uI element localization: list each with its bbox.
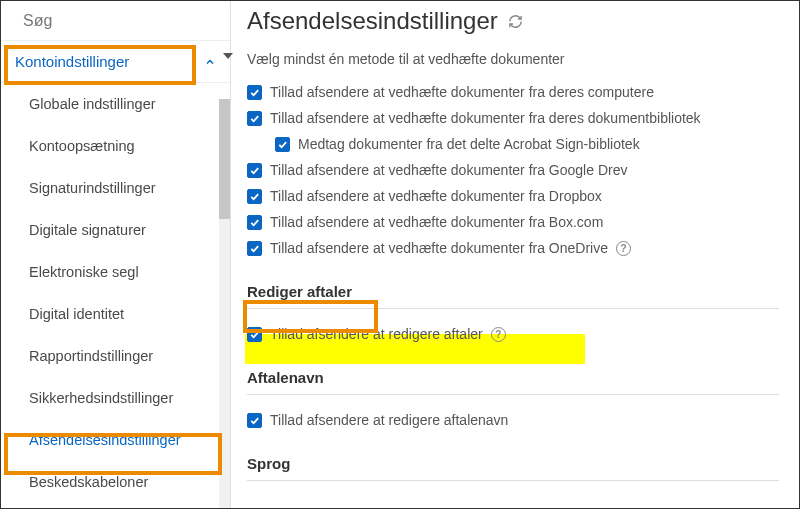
sidebar-item-digitale-signaturer[interactable]: Digitale signaturer <box>1 209 230 251</box>
option-attach-library[interactable]: Tillad afsendere at vedhæfte dokumenter … <box>247 105 779 131</box>
sidebar-scrollbar-track[interactable] <box>219 99 230 508</box>
sidebar-scrollbar-thumb[interactable] <box>219 99 230 219</box>
info-icon[interactable]: ? <box>491 327 506 342</box>
sidebar-item-signaturindstillinger[interactable]: Signaturindstillinger <box>1 167 230 209</box>
sidebar-item-label: Beskedskabeloner <box>29 474 148 490</box>
sidebar-item-sikkerhedsindstillinger[interactable]: Sikkerhedsindstillinger <box>1 377 230 419</box>
option-edit-agreements[interactable]: Tillad afsendere at redigere aftaler ? <box>247 321 779 347</box>
option-label: Tillad afsendere at vedhæfte dokumenter … <box>270 162 627 178</box>
checkbox-icon[interactable] <box>247 111 262 126</box>
checkbox-icon[interactable] <box>247 327 262 342</box>
checkbox-icon[interactable] <box>247 241 262 256</box>
sidebar-item-label: Digital identitet <box>29 306 124 322</box>
sidebar-item-label: Afsendelsesindstillinger <box>29 432 181 448</box>
checkbox-icon[interactable] <box>247 85 262 100</box>
intro-text: Vælg mindst én metode til at vedhæfte do… <box>247 51 779 67</box>
sidebar-item-kontoopsaetning[interactable]: Kontoopsætning <box>1 125 230 167</box>
option-label: Tillad afsendere at redigere aftaler <box>270 326 483 342</box>
sidebar-item-digital-identitet[interactable]: Digital identitet <box>1 293 230 335</box>
option-label: Tillad afsendere at vedhæfte dokumenter … <box>270 110 701 126</box>
sidebar-section-label: Kontoindstillinger <box>15 53 129 70</box>
sidebar-section-kontoindstillinger[interactable]: Kontoindstillinger <box>1 40 230 83</box>
section-title: Sprog <box>247 455 779 481</box>
option-attach-library-shared[interactable]: Medtag dokumenter fra det delte Acrobat … <box>247 131 779 157</box>
sidebar-item-afsendelsesindstillinger[interactable]: Afsendelsesindstillinger <box>1 419 230 461</box>
info-icon[interactable]: ? <box>616 241 631 256</box>
option-attach-onedrive[interactable]: Tillad afsendere at vedhæfte dokumenter … <box>247 235 779 261</box>
checkbox-icon[interactable] <box>275 137 290 152</box>
sidebar-item-rapportindstillinger[interactable]: Rapportindstillinger <box>1 335 230 377</box>
sidebar: Kontoindstillinger Globale indstillinger… <box>1 1 231 508</box>
sidebar-item-label: Elektroniske segl <box>29 264 139 280</box>
checkbox-icon[interactable] <box>247 163 262 178</box>
section-aftalenavn: Aftalenavn Tillad afsendere at redigere … <box>247 369 779 433</box>
section-sprog: Sprog <box>247 455 779 481</box>
search-input[interactable] <box>23 12 223 30</box>
sidebar-nav-list: Globale indstillinger Kontoopsætning Sig… <box>1 83 230 508</box>
sidebar-item-label: Globale indstillinger <box>29 96 156 112</box>
section-title: Aftalenavn <box>247 369 779 395</box>
option-attach-dropbox[interactable]: Tillad afsendere at vedhæfte dokumenter … <box>247 183 779 209</box>
checkbox-icon[interactable] <box>247 413 262 428</box>
sidebar-item-label: Digitale signaturer <box>29 222 146 238</box>
chevron-up-icon <box>204 56 216 68</box>
option-edit-agreement-name[interactable]: Tillad afsendere at redigere aftalenavn <box>247 407 779 433</box>
checkbox-icon[interactable] <box>247 215 262 230</box>
option-label: Tillad afsendere at vedhæfte dokumenter … <box>270 240 608 256</box>
option-label: Tillad afsendere at vedhæfte dokumenter … <box>270 214 603 230</box>
sidebar-item-globale-indstillinger[interactable]: Globale indstillinger <box>1 83 230 125</box>
section-rediger-aftaler: Rediger aftaler Tillad afsendere at redi… <box>247 283 779 347</box>
option-attach-box[interactable]: Tillad afsendere at vedhæfte dokumenter … <box>247 209 779 235</box>
refresh-icon[interactable] <box>508 14 523 29</box>
option-attach-google[interactable]: Tillad afsendere at vedhæfte dokumenter … <box>247 157 779 183</box>
sidebar-item-label: Rapportindstillinger <box>29 348 153 364</box>
sidebar-item-beskedskabeloner[interactable]: Beskedskabeloner <box>1 461 230 503</box>
option-attach-computer[interactable]: Tillad afsendere at vedhæfte dokumenter … <box>247 79 779 105</box>
option-label: Medtag dokumenter fra det delte Acrobat … <box>298 136 640 152</box>
option-label: Tillad afsendere at vedhæfte dokumenter … <box>270 84 654 100</box>
sidebar-item-label: Signaturindstillinger <box>29 180 156 196</box>
option-label: Tillad afsendere at redigere aftalenavn <box>270 412 508 428</box>
page-title: Afsendelsesindstillinger <box>247 7 498 35</box>
option-label: Tillad afsendere at vedhæfte dokumenter … <box>270 188 602 204</box>
sidebar-item-label: Sikkerhedsindstillinger <box>29 390 173 406</box>
main-panel: Afsendelsesindstillinger Vælg mindst én … <box>231 1 799 508</box>
section-title: Rediger aftaler <box>247 283 779 309</box>
sidebar-item-elektroniske-segl[interactable]: Elektroniske segl <box>1 251 230 293</box>
sidebar-item-label: Kontoopsætning <box>29 138 135 154</box>
checkbox-icon[interactable] <box>247 189 262 204</box>
